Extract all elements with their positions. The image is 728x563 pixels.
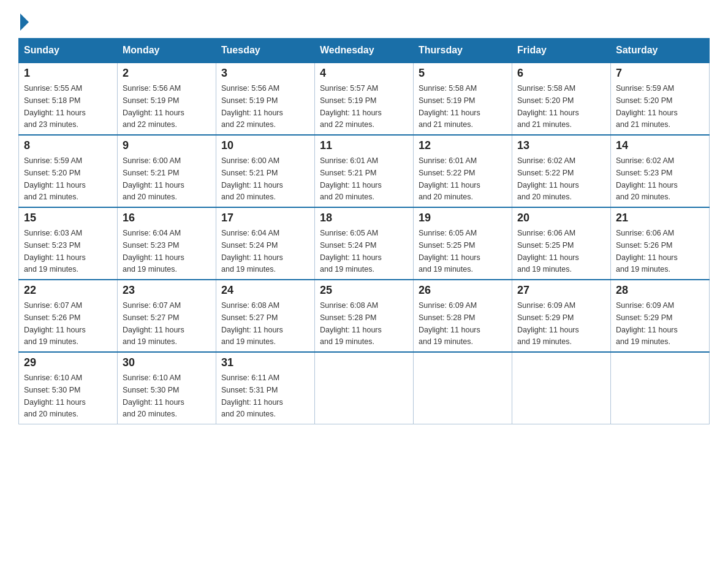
day-info: Sunrise: 5:58 AMSunset: 5:20 PMDaylight:… bbox=[517, 84, 579, 129]
calendar-cell: 22 Sunrise: 6:07 AMSunset: 5:26 PMDaylig… bbox=[19, 280, 118, 352]
day-info: Sunrise: 5:56 AMSunset: 5:19 PMDaylight:… bbox=[221, 84, 283, 129]
day-info: Sunrise: 6:02 AMSunset: 5:22 PMDaylight:… bbox=[517, 156, 579, 201]
day-number: 16 bbox=[123, 212, 211, 224]
calendar-cell: 8 Sunrise: 5:59 AMSunset: 5:20 PMDayligh… bbox=[19, 135, 118, 207]
day-number: 29 bbox=[24, 356, 112, 369]
day-number: 30 bbox=[123, 356, 211, 369]
calendar-cell: 26 Sunrise: 6:09 AMSunset: 5:28 PMDaylig… bbox=[414, 280, 512, 352]
day-info: Sunrise: 6:09 AMSunset: 5:29 PMDaylight:… bbox=[616, 301, 678, 346]
day-of-week-header: Saturday bbox=[611, 39, 710, 63]
day-number: 10 bbox=[221, 139, 309, 152]
calendar-cell bbox=[512, 352, 611, 424]
day-number: 8 bbox=[24, 139, 112, 152]
day-info: Sunrise: 6:07 AMSunset: 5:26 PMDaylight:… bbox=[24, 301, 86, 346]
calendar-cell: 9 Sunrise: 6:00 AMSunset: 5:21 PMDayligh… bbox=[118, 135, 216, 207]
calendar-cell: 3 Sunrise: 5:56 AMSunset: 5:19 PMDayligh… bbox=[216, 63, 315, 135]
day-info: Sunrise: 6:05 AMSunset: 5:24 PMDaylight:… bbox=[320, 229, 382, 274]
day-number: 19 bbox=[419, 212, 507, 224]
day-number: 4 bbox=[320, 67, 408, 80]
day-info: Sunrise: 6:06 AMSunset: 5:25 PMDaylight:… bbox=[517, 229, 579, 274]
calendar-cell: 11 Sunrise: 6:01 AMSunset: 5:21 PMDaylig… bbox=[315, 135, 414, 207]
calendar-cell: 4 Sunrise: 5:57 AMSunset: 5:19 PMDayligh… bbox=[315, 63, 414, 135]
day-number: 3 bbox=[221, 67, 309, 80]
calendar-cell bbox=[414, 352, 512, 424]
calendar-cell: 18 Sunrise: 6:05 AMSunset: 5:24 PMDaylig… bbox=[315, 207, 414, 280]
calendar-cell: 17 Sunrise: 6:04 AMSunset: 5:24 PMDaylig… bbox=[216, 207, 315, 280]
day-number: 24 bbox=[221, 284, 309, 297]
day-info: Sunrise: 5:56 AMSunset: 5:19 PMDaylight:… bbox=[123, 84, 184, 129]
day-info: Sunrise: 6:02 AMSunset: 5:23 PMDaylight:… bbox=[616, 156, 678, 201]
calendar-table: SundayMondayTuesdayWednesdayThursdayFrid… bbox=[18, 38, 710, 424]
day-info: Sunrise: 6:10 AMSunset: 5:30 PMDaylight:… bbox=[24, 373, 86, 418]
page-header bbox=[18, 12, 710, 28]
day-number: 27 bbox=[517, 284, 605, 297]
calendar-cell: 15 Sunrise: 6:03 AMSunset: 5:23 PMDaylig… bbox=[19, 207, 118, 280]
calendar-cell: 25 Sunrise: 6:08 AMSunset: 5:28 PMDaylig… bbox=[315, 280, 414, 352]
day-number: 28 bbox=[616, 284, 704, 297]
day-info: Sunrise: 6:01 AMSunset: 5:21 PMDaylight:… bbox=[320, 156, 382, 201]
calendar-cell: 31 Sunrise: 6:11 AMSunset: 5:31 PMDaylig… bbox=[216, 352, 315, 424]
day-number: 18 bbox=[320, 212, 408, 224]
day-number: 11 bbox=[320, 139, 408, 152]
day-info: Sunrise: 6:00 AMSunset: 5:21 PMDaylight:… bbox=[221, 156, 283, 201]
calendar-cell: 1 Sunrise: 5:55 AMSunset: 5:18 PMDayligh… bbox=[19, 63, 118, 135]
day-number: 2 bbox=[123, 67, 211, 80]
calendar-cell: 2 Sunrise: 5:56 AMSunset: 5:19 PMDayligh… bbox=[118, 63, 216, 135]
day-number: 13 bbox=[517, 139, 605, 152]
day-number: 20 bbox=[517, 212, 605, 224]
day-info: Sunrise: 6:11 AMSunset: 5:31 PMDaylight:… bbox=[221, 373, 283, 418]
day-info: Sunrise: 5:58 AMSunset: 5:19 PMDaylight:… bbox=[419, 84, 480, 129]
calendar-cell: 7 Sunrise: 5:59 AMSunset: 5:20 PMDayligh… bbox=[611, 63, 710, 135]
day-number: 9 bbox=[123, 139, 211, 152]
day-info: Sunrise: 6:09 AMSunset: 5:28 PMDaylight:… bbox=[419, 301, 480, 346]
day-number: 25 bbox=[320, 284, 408, 297]
calendar-cell: 5 Sunrise: 5:58 AMSunset: 5:19 PMDayligh… bbox=[414, 63, 512, 135]
day-info: Sunrise: 6:08 AMSunset: 5:27 PMDaylight:… bbox=[221, 301, 283, 346]
day-number: 5 bbox=[419, 67, 507, 80]
day-info: Sunrise: 6:03 AMSunset: 5:23 PMDaylight:… bbox=[24, 229, 86, 274]
calendar-cell bbox=[315, 352, 414, 424]
day-number: 14 bbox=[616, 139, 704, 152]
day-info: Sunrise: 5:59 AMSunset: 5:20 PMDaylight:… bbox=[24, 156, 86, 201]
calendar-cell: 27 Sunrise: 6:09 AMSunset: 5:29 PMDaylig… bbox=[512, 280, 611, 352]
day-number: 15 bbox=[24, 212, 112, 224]
day-number: 7 bbox=[616, 67, 704, 80]
day-info: Sunrise: 5:55 AMSunset: 5:18 PMDaylight:… bbox=[24, 84, 86, 129]
day-number: 6 bbox=[517, 67, 605, 80]
calendar-cell: 13 Sunrise: 6:02 AMSunset: 5:22 PMDaylig… bbox=[512, 135, 611, 207]
calendar-cell: 23 Sunrise: 6:07 AMSunset: 5:27 PMDaylig… bbox=[118, 280, 216, 352]
day-number: 23 bbox=[123, 284, 211, 297]
day-info: Sunrise: 6:01 AMSunset: 5:22 PMDaylight:… bbox=[419, 156, 480, 201]
day-of-week-header: Wednesday bbox=[315, 39, 414, 63]
day-number: 31 bbox=[221, 356, 309, 369]
day-of-week-header: Tuesday bbox=[216, 39, 315, 63]
day-of-week-header: Thursday bbox=[414, 39, 512, 63]
calendar-cell: 6 Sunrise: 5:58 AMSunset: 5:20 PMDayligh… bbox=[512, 63, 611, 135]
calendar-cell: 19 Sunrise: 6:05 AMSunset: 5:25 PMDaylig… bbox=[414, 207, 512, 280]
calendar-cell: 28 Sunrise: 6:09 AMSunset: 5:29 PMDaylig… bbox=[611, 280, 710, 352]
day-number: 12 bbox=[419, 139, 507, 152]
day-number: 21 bbox=[616, 212, 704, 224]
day-number: 17 bbox=[221, 212, 309, 224]
day-info: Sunrise: 6:07 AMSunset: 5:27 PMDaylight:… bbox=[123, 301, 184, 346]
day-number: 1 bbox=[24, 67, 112, 80]
day-info: Sunrise: 6:04 AMSunset: 5:23 PMDaylight:… bbox=[123, 229, 184, 274]
day-of-week-header: Friday bbox=[512, 39, 611, 63]
day-info: Sunrise: 5:59 AMSunset: 5:20 PMDaylight:… bbox=[616, 84, 678, 129]
day-info: Sunrise: 6:06 AMSunset: 5:26 PMDaylight:… bbox=[616, 229, 678, 274]
day-info: Sunrise: 6:08 AMSunset: 5:28 PMDaylight:… bbox=[320, 301, 382, 346]
calendar-cell bbox=[611, 352, 710, 424]
logo-arrow-icon bbox=[20, 13, 29, 31]
calendar-cell: 21 Sunrise: 6:06 AMSunset: 5:26 PMDaylig… bbox=[611, 207, 710, 280]
calendar-cell: 12 Sunrise: 6:01 AMSunset: 5:22 PMDaylig… bbox=[414, 135, 512, 207]
day-of-week-header: Sunday bbox=[19, 39, 118, 63]
calendar-cell: 16 Sunrise: 6:04 AMSunset: 5:23 PMDaylig… bbox=[118, 207, 216, 280]
day-number: 22 bbox=[24, 284, 112, 297]
day-info: Sunrise: 6:10 AMSunset: 5:30 PMDaylight:… bbox=[123, 373, 184, 418]
calendar-cell: 10 Sunrise: 6:00 AMSunset: 5:21 PMDaylig… bbox=[216, 135, 315, 207]
calendar-cell: 20 Sunrise: 6:06 AMSunset: 5:25 PMDaylig… bbox=[512, 207, 611, 280]
logo bbox=[18, 12, 29, 28]
day-of-week-header: Monday bbox=[118, 39, 216, 63]
calendar-cell: 24 Sunrise: 6:08 AMSunset: 5:27 PMDaylig… bbox=[216, 280, 315, 352]
day-info: Sunrise: 5:57 AMSunset: 5:19 PMDaylight:… bbox=[320, 84, 382, 129]
